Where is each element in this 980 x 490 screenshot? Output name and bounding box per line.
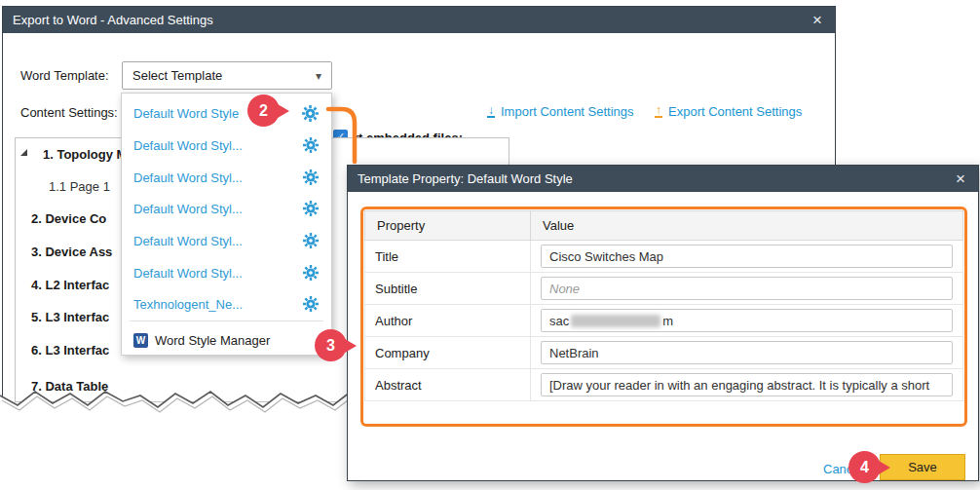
property-table: Property Value Title Subtitle Author sac… <box>364 210 963 401</box>
tree-item-l3-interface2[interactable]: 6. L3 Interfac <box>31 343 109 358</box>
callout-step-4: 4 <box>848 451 881 483</box>
property-row-abstract: Abstract <box>365 369 963 401</box>
property-label: Abstract <box>365 369 531 401</box>
gear-icon[interactable] <box>302 200 320 217</box>
author-suffix: m <box>662 314 673 328</box>
tree-item-data-table[interactable]: 7. Data Table <box>31 379 108 395</box>
callout-step-3: 3 <box>315 329 347 361</box>
gear-icon[interactable] <box>302 264 320 282</box>
menu-item-word-style-2[interactable]: Default Word Styl... <box>122 130 331 161</box>
highlight-border: Property Value Title Subtitle Author sac… <box>360 207 967 427</box>
author-prefix: sac <box>549 314 569 328</box>
property-label: Company <box>365 337 531 369</box>
menu-item-word-style-6[interactable]: Default Word Styl... <box>122 257 331 288</box>
title-input[interactable] <box>541 245 953 268</box>
abstract-input[interactable] <box>541 373 953 396</box>
import-link-label: Import Content Settings <box>501 104 634 119</box>
upload-icon: ↑ <box>655 105 662 118</box>
tree-item-l3-interface[interactable]: 5. L3 Interfac <box>31 310 109 325</box>
import-content-settings-link[interactable]: ↓ Import Content Settings <box>487 104 634 119</box>
word-style-menu: Default Word Style Default Word Styl... … <box>121 93 332 356</box>
gear-icon[interactable] <box>302 136 320 154</box>
tree-item-topology[interactable]: 1. Topology M <box>43 147 127 163</box>
table-header-property: Property <box>365 211 531 241</box>
template-dialog-titlebar: Template Property: Default Word Style × <box>348 166 978 192</box>
property-label: Title <box>365 241 531 273</box>
author-input[interactable]: sac m <box>541 309 953 332</box>
export-dialog-title: Export to Word - Advanced Settings <box>13 13 213 27</box>
menu-item-texhnologent[interactable]: Texhnologent_Ne... <box>122 288 331 320</box>
gear-icon[interactable] <box>301 104 320 123</box>
table-header-value: Value <box>531 211 963 241</box>
subtitle-input[interactable] <box>541 277 953 300</box>
tree-item-device-ass[interactable]: 3. Device Ass <box>31 245 112 260</box>
menu-item-word-style-4[interactable]: Default Word Styl... <box>122 193 331 224</box>
download-icon: ↓ <box>487 105 495 118</box>
tree-item-page1[interactable]: 1.1 Page 1 <box>49 179 110 195</box>
tree-item-l2-interface[interactable]: 4. L2 Interfac <box>31 278 109 293</box>
template-select[interactable]: Select Template ▾ <box>122 61 332 90</box>
tree-expander-icon[interactable] <box>20 149 27 156</box>
word-icon: W <box>133 333 148 348</box>
menu-item-default-word-style[interactable]: Default Word Style <box>122 97 331 129</box>
export-content-settings-link[interactable]: ↑ Export Content Settings <box>655 104 802 119</box>
property-row-subtitle: Subtitle <box>365 273 963 305</box>
property-label: Subtitle <box>365 273 531 305</box>
export-dialog-titlebar: Export to Word - Advanced Settings × <box>3 7 835 33</box>
template-select-value: Select Template <box>132 68 222 83</box>
template-property-dialog: Template Property: Default Word Style × … <box>347 165 979 481</box>
word-template-label: Word Template: <box>20 68 109 83</box>
property-label: Author <box>365 305 531 337</box>
property-row-title: Title <box>365 241 963 273</box>
template-dialog-title: Template Property: Default Word Style <box>358 171 573 186</box>
property-row-author: Author sac m <box>365 305 963 337</box>
close-icon[interactable]: × <box>810 12 825 28</box>
tree-item-device-co[interactable]: 2. Device Co <box>31 211 106 227</box>
save-button[interactable]: Save <box>880 454 965 480</box>
company-input[interactable] <box>541 341 953 364</box>
table-header-row: Property Value <box>365 211 963 241</box>
gear-icon[interactable] <box>302 169 320 186</box>
callout-step-2: 2 <box>247 94 280 127</box>
gear-icon[interactable] <box>302 295 320 313</box>
menu-item-word-style-3[interactable]: Default Word Styl... <box>122 162 331 193</box>
menu-item-word-style-5[interactable]: Default Word Styl... <box>122 225 331 256</box>
property-row-company: Company <box>365 337 963 369</box>
close-icon[interactable]: × <box>953 170 968 187</box>
redacted-text <box>571 315 660 327</box>
export-link-label: Export Content Settings <box>668 104 802 119</box>
chevron-down-icon: ▾ <box>316 69 321 83</box>
word-style-manager-item[interactable]: W Word Style Manager <box>122 327 331 353</box>
content-settings-label: Content Settings: <box>20 105 118 120</box>
menu-separator <box>130 320 323 321</box>
gear-icon[interactable] <box>302 232 320 249</box>
